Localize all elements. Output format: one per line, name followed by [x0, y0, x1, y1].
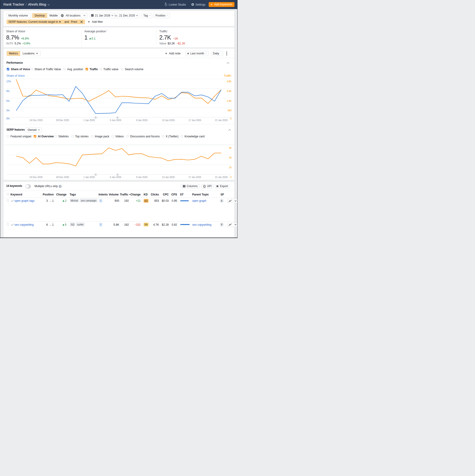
svg-text:?: ? [59, 185, 61, 187]
